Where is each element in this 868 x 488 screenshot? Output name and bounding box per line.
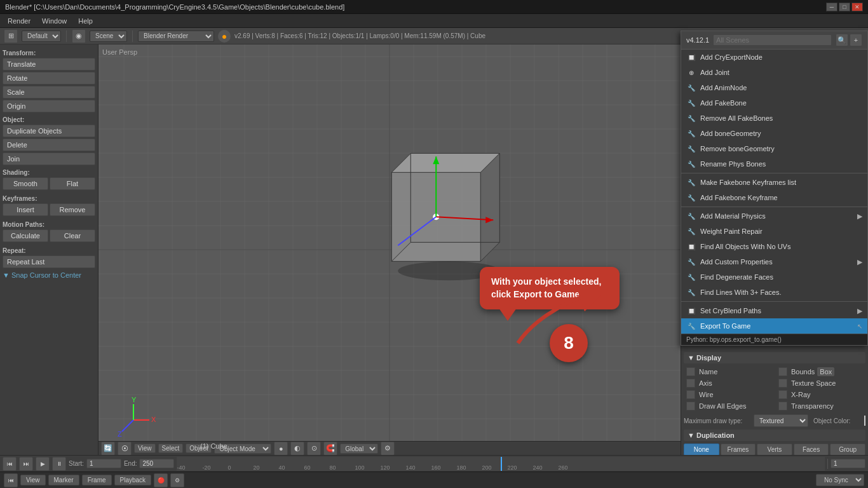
vp-pivot-icon[interactable]: ⊙ (307, 442, 321, 456)
name-checkbox[interactable] (686, 367, 695, 376)
close-button[interactable]: ✕ (851, 3, 863, 11)
item-icon-remove-fakebones: 🔧 (686, 113, 696, 123)
menu-item-add-material-physics[interactable]: 🔧 Add Material Physics ▶ (681, 208, 867, 224)
rotate-button[interactable]: Rotate (3, 72, 95, 85)
draw-all-edges-checkbox[interactable] (686, 402, 695, 410)
tl-icon-1[interactable]: ⏮ (3, 457, 17, 471)
display-col-left: Name Axis Wire Draw All Edges (684, 366, 773, 412)
insert-button[interactable]: Insert (3, 203, 48, 216)
viewport[interactable]: User Persp With your object selected, cl… (98, 44, 681, 455)
bb-icon-1[interactable]: ⏮ (4, 473, 18, 487)
menu-item-add-fakebone-kf[interactable]: 🔧 Add Fakebone Keyframe (681, 190, 867, 205)
view-button[interactable]: View (20, 475, 46, 485)
end-field[interactable] (139, 459, 174, 468)
menu-item-add-custom-props[interactable]: 🔧 Add Custom Properties ▶ (681, 254, 867, 269)
menu-item-export-to-game[interactable]: 🔧 Export To Game ↖ (681, 318, 867, 334)
menu-item-add-joint[interactable]: ⊕ Add Joint (681, 65, 867, 80)
dup-group-button[interactable]: Group (830, 444, 865, 455)
menu-render[interactable]: Render (3, 16, 36, 26)
menu-item-add-fakebone[interactable]: 🔧 Add FakeBone (681, 95, 867, 111)
vp-sphere-icon[interactable]: ● (274, 442, 288, 456)
menu-item-make-fakebone-kf[interactable]: 🔧 Make Fakebone Keyframes list (681, 175, 867, 190)
axis-checkbox[interactable] (686, 379, 695, 388)
repeat-last-button[interactable]: Repeat Last (3, 255, 95, 268)
menu-item-find-lines[interactable]: 🔧 Find Lines With 3+ Faces. (681, 285, 867, 300)
remove-button[interactable]: Remove (50, 203, 95, 216)
tl-mark-200: 200 (482, 464, 491, 471)
tl-mark-20: 20 (253, 464, 259, 471)
tl-mark-260: 260 (558, 464, 567, 471)
smooth-button[interactable]: Smooth (3, 177, 48, 190)
menu-help[interactable]: Help (73, 16, 98, 26)
select-menu-button[interactable]: Select (158, 444, 184, 453)
dup-verts-button[interactable]: Verts (757, 444, 792, 455)
dup-frames-button[interactable]: Frames (721, 444, 756, 455)
menu-item-add-bonegeometry[interactable]: 🔧 Add boneGeometry (681, 126, 867, 141)
layout-icon[interactable]: ⊞ (4, 29, 18, 43)
tl-icon-4[interactable]: ⏸ (52, 457, 66, 471)
frame-button[interactable]: Frame (82, 475, 112, 485)
max-draw-select[interactable]: Textured (754, 414, 808, 427)
menu-item-set-paths[interactable]: 🔲 Set CryBlend Paths ▶ (681, 303, 867, 318)
duplication-buttons: None Frames Verts Faces Group (684, 444, 865, 455)
dup-faces-button[interactable]: Faces (794, 444, 829, 455)
render-engine-select[interactable]: Blender Render (138, 30, 214, 42)
playback-button[interactable]: Playback (114, 475, 152, 485)
menu-item-find-deg-faces[interactable]: 🔧 Find Degenerate Faces (681, 269, 867, 285)
wire-checkbox[interactable] (686, 390, 695, 399)
layout-select[interactable]: Default (22, 30, 61, 42)
bounds-val: Box (817, 367, 834, 376)
display-section-header[interactable]: ▼ Display (684, 352, 865, 363)
start-field[interactable] (86, 459, 121, 468)
search-icon-btn[interactable]: 🔍 (836, 44, 848, 46)
viewport-icon-1[interactable]: 🔄 (101, 442, 115, 456)
minimize-button[interactable]: ─ (826, 3, 837, 11)
menu-item-weight-paint-repair[interactable]: 🔧 Weight Paint Repair (681, 224, 867, 239)
tl-icon-2[interactable]: ⏭ (19, 457, 33, 471)
menu-window[interactable]: Window (37, 16, 72, 26)
flat-button[interactable]: Flat (50, 177, 95, 190)
bounds-checkbox[interactable] (778, 367, 787, 376)
duplicate-objects-button[interactable]: Duplicate Objects (3, 125, 95, 137)
bb-anim-icon2[interactable]: ⚙ (170, 473, 184, 487)
dropdown-search-input[interactable] (713, 44, 832, 46)
vp-shade-icon[interactable]: ◐ (290, 442, 304, 456)
menu-item-rename-phys-bones[interactable]: 🔧 Rename Phys Bones (681, 156, 867, 172)
xray-checkbox[interactable] (778, 390, 787, 399)
add-icon-btn[interactable]: + (850, 44, 862, 46)
tl-icon-3[interactable]: ▶ (36, 457, 50, 471)
menu-item-remove-bonegeometry[interactable]: 🔧 Remove boneGeometry (681, 141, 867, 156)
menu-item-remove-all-fakebones[interactable]: 🔧 Remove All FakeBones (681, 111, 867, 126)
vp-snap-icon[interactable]: 🧲 (323, 442, 337, 456)
keyframes-label: Keyframes: (3, 193, 95, 203)
menu-item-add-animnode[interactable]: 🔧 Add AnimNode (681, 80, 867, 95)
menubar: Render Window Help (0, 14, 868, 28)
scale-button[interactable]: Scale (3, 86, 95, 98)
viewport-icon-2[interactable]: ⦿ (118, 442, 132, 456)
timeline-ruler[interactable]: -40 -20 0 20 40 60 80 100 120 140 160 18… (177, 457, 825, 471)
coord-select[interactable]: Global (340, 444, 378, 454)
menu-item-find-no-uvs[interactable]: 🔲 Find All Objects With No UVs (681, 239, 867, 254)
scene-select[interactable]: Scene (90, 30, 127, 42)
scene-icon[interactable]: ◉ (72, 29, 86, 43)
origin-button[interactable]: Origin (3, 100, 95, 112)
duplication-section-header[interactable]: ▼ Duplication (684, 430, 865, 441)
snap-cursor-label[interactable]: ▼ Snap Cursor to Center (3, 269, 95, 281)
nosync-select[interactable]: No Sync (816, 474, 864, 486)
view-menu-button[interactable]: View (134, 444, 156, 453)
menu-item-add-cryexportnode[interactable]: 🔲 Add CryExportNode (681, 50, 867, 65)
dup-none-button[interactable]: None (684, 444, 719, 455)
translate-button[interactable]: Translate (3, 58, 95, 71)
clear-button[interactable]: Clear (50, 229, 95, 242)
obj-color-swatch[interactable] (864, 416, 865, 426)
vp-tools-icon[interactable]: ⚙ (381, 442, 395, 456)
frame-field[interactable] (831, 459, 865, 468)
calculate-button[interactable]: Calculate (3, 229, 48, 242)
maximize-button[interactable]: □ (839, 3, 850, 11)
texture-space-checkbox[interactable] (778, 379, 787, 388)
marker-button[interactable]: Marker (48, 475, 79, 485)
join-button[interactable]: Join (3, 152, 95, 165)
transparency-checkbox[interactable] (778, 402, 787, 410)
bb-anim-icon[interactable]: 🔴 (154, 473, 168, 487)
delete-button[interactable]: Delete (3, 139, 95, 151)
